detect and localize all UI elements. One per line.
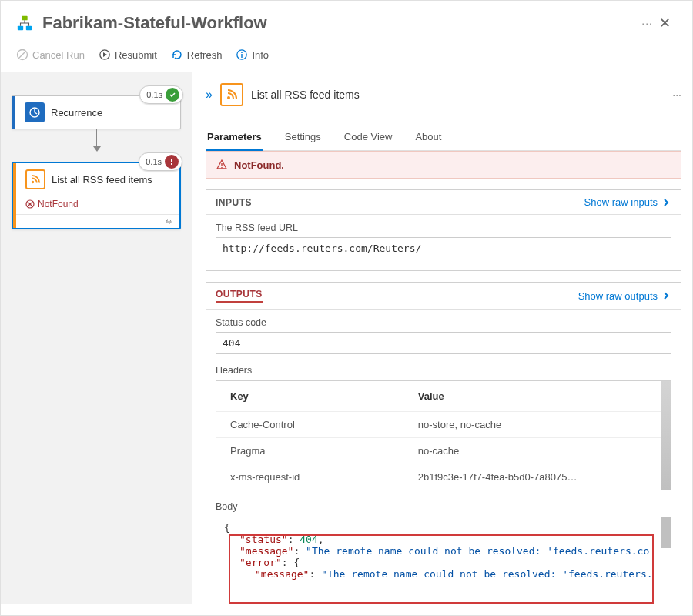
rss-url-label: The RSS feed URL <box>216 223 671 233</box>
svg-rect-15 <box>221 163 222 166</box>
error-circle-icon <box>25 199 35 209</box>
cancel-icon <box>16 49 28 61</box>
tab-parameters[interactable]: Parameters <box>206 125 263 150</box>
status-code-label: Status code <box>216 317 671 328</box>
resubmit-icon <box>99 49 111 61</box>
cancel-run-button: Cancel Run <box>16 49 85 61</box>
clock-icon <box>25 102 45 122</box>
tab-settings[interactable]: Settings <box>283 125 323 150</box>
scrollbar[interactable] <box>661 381 671 490</box>
show-raw-inputs-link[interactable]: Show raw inputs <box>584 196 671 208</box>
tab-bar: Parameters Settings Code View About <box>206 125 681 151</box>
svg-rect-11 <box>171 163 172 165</box>
refresh-label: Refresh <box>187 49 223 61</box>
title-bar: Fabrikam-Stateful-Workflow ··· ✕ <box>1 1 692 41</box>
workflow-icon <box>16 15 33 32</box>
card-accent <box>13 163 16 228</box>
table-header: Key Value <box>216 381 671 412</box>
outputs-title: OUTPUTS <box>216 289 263 303</box>
body-label: Body <box>216 501 671 512</box>
headers-table: Key Value Cache-Control no-store, no-cac… <box>216 380 671 490</box>
svg-rect-2 <box>26 26 32 30</box>
rss-icon <box>220 83 243 106</box>
panel-more-icon[interactable]: ··· <box>672 89 681 101</box>
error-alert: NotFound. <box>206 151 681 179</box>
collapse-icon[interactable]: » <box>206 88 213 102</box>
show-raw-outputs-link[interactable]: Show raw outputs <box>578 290 671 302</box>
chevron-right-icon <box>661 290 671 301</box>
panel-title: List all RSS feed items <box>251 89 665 101</box>
svg-point-12 <box>32 181 35 184</box>
connector-arrow <box>96 129 97 151</box>
designer-canvas[interactable]: 0.1s Recurrence 0.1s List all RSS feed i… <box>1 72 192 604</box>
info-button[interactable]: Info <box>236 49 269 61</box>
toolbar: Cancel Run Resubmit Refresh Info <box>1 41 692 72</box>
alert-text: NotFound. <box>234 159 284 171</box>
warning-icon <box>216 159 228 171</box>
node-badge: 0.1s <box>139 152 182 171</box>
card-footer <box>13 214 179 228</box>
rss-icon <box>25 169 45 189</box>
headers-label: Headers <box>216 365 671 376</box>
resubmit-label: Resubmit <box>115 49 157 61</box>
scrollbar[interactable] <box>661 517 671 548</box>
svg-point-7 <box>241 52 243 53</box>
col-key: Key <box>230 390 418 402</box>
svg-rect-10 <box>171 159 172 162</box>
badge-time: 0.1s <box>146 90 162 99</box>
close-icon[interactable]: ✕ <box>653 12 677 35</box>
node-label: List all RSS feed items <box>52 174 152 186</box>
svg-rect-8 <box>242 54 243 58</box>
rss-url-field[interactable] <box>216 237 671 259</box>
tab-about[interactable]: About <box>413 125 443 150</box>
inputs-section: INPUTS Show raw inputs The RSS feed URL <box>206 189 681 271</box>
body-viewer[interactable]: { "status": 404, "message": "The remote … <box>216 517 671 604</box>
page-title: Fabrikam-Stateful-Workflow <box>42 13 634 33</box>
tab-code-view[interactable]: Code View <box>343 125 394 150</box>
outputs-section: OUTPUTS Show raw outputs Status code Hea… <box>206 282 681 604</box>
svg-rect-0 <box>22 16 27 21</box>
svg-line-4 <box>19 52 25 58</box>
chevron-right-icon <box>661 197 671 208</box>
card-accent <box>12 96 15 129</box>
title-more-icon[interactable]: ··· <box>641 17 653 29</box>
refresh-icon <box>171 49 183 61</box>
svg-point-14 <box>227 96 230 99</box>
table-row: Pragma no-cache <box>216 438 671 464</box>
table-row: Cache-Control no-store, no-cache <box>216 412 671 438</box>
badge-time: 0.1s <box>146 157 162 166</box>
svg-rect-16 <box>221 167 222 168</box>
resubmit-button[interactable]: Resubmit <box>99 49 157 61</box>
error-icon <box>165 155 179 169</box>
node-rss[interactable]: 0.1s List all RSS feed items NotFound <box>12 162 181 229</box>
svg-rect-1 <box>18 26 23 30</box>
node-recurrence[interactable]: 0.1s Recurrence <box>12 95 181 129</box>
node-label: Recurrence <box>51 107 102 119</box>
refresh-button[interactable]: Refresh <box>171 49 223 61</box>
cancel-label: Cancel Run <box>32 49 85 61</box>
node-badge: 0.1s <box>139 85 183 104</box>
info-label: Info <box>252 49 269 61</box>
inputs-title: INPUTS <box>216 197 252 208</box>
success-icon <box>166 88 179 102</box>
details-panel: » List all RSS feed items ··· Parameters… <box>192 72 692 604</box>
status-code-field[interactable] <box>216 332 671 354</box>
table-row: x-ms-request-id 2b1f9c3e-17f7-4fea-b5d0-… <box>216 464 671 490</box>
col-value: Value <box>418 390 657 402</box>
info-icon <box>236 49 248 61</box>
link-icon[interactable] <box>164 217 173 226</box>
node-error-status: NotFound <box>13 196 179 214</box>
